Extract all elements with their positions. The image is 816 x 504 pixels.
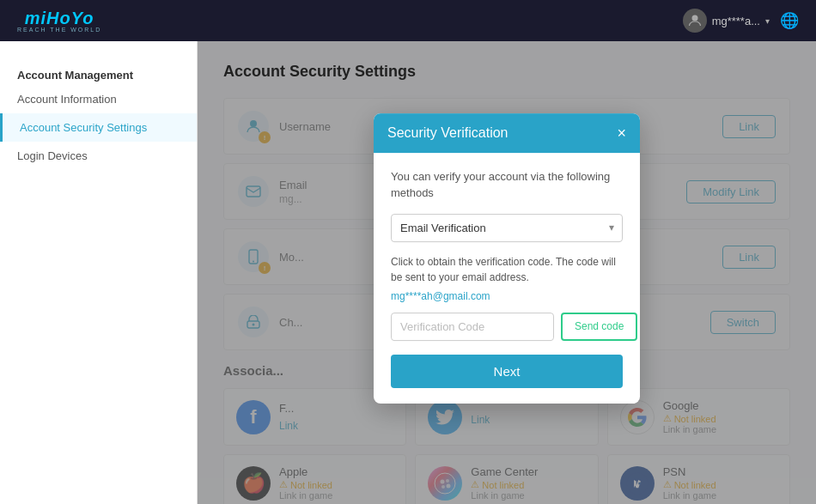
code-description: Click to obtain the verification code. T…	[391, 254, 623, 285]
logo-text: miHoYo	[25, 9, 94, 28]
sidebar-item-account-security[interactable]: Account Security Settings	[0, 113, 197, 142]
modal-description: You can verify your account via the foll…	[391, 168, 623, 202]
main-container: Account Management Account Information A…	[0, 41, 816, 504]
sidebar: Account Management Account Information A…	[0, 41, 198, 504]
verification-code-input[interactable]	[391, 313, 554, 341]
sidebar-item-account-information[interactable]: Account Information	[0, 85, 197, 113]
modal-close-button[interactable]: ×	[617, 125, 626, 141]
header-right: mg****a... ▾ 🌐	[683, 9, 799, 33]
masked-email: mg****ah@gmail.com	[391, 290, 623, 302]
logo-sub: REACH THE WORLD	[17, 27, 101, 33]
header: miHoYo REACH THE WORLD mg****a... ▾ 🌐	[0, 0, 816, 41]
modal-header: Security Verification ×	[374, 113, 640, 153]
avatar	[683, 9, 707, 33]
modal-title: Security Verification	[387, 125, 508, 141]
svg-point-0	[691, 15, 697, 21]
verification-method-select[interactable]: Email Verification	[391, 214, 623, 242]
send-code-button[interactable]: Send code	[561, 313, 637, 341]
security-verification-modal: Security Verification × You can verify y…	[374, 113, 640, 404]
globe-icon[interactable]: 🌐	[780, 11, 799, 30]
code-input-row: Send code	[391, 313, 623, 341]
sidebar-item-login-devices[interactable]: Login Devices	[0, 142, 197, 170]
chevron-down-icon: ▾	[765, 16, 770, 26]
modal-body: You can verify your account via the foll…	[374, 153, 640, 404]
sidebar-section-title: Account Management	[0, 58, 197, 85]
username-display: mg****a...	[712, 15, 760, 27]
next-button[interactable]: Next	[391, 355, 623, 388]
verification-method-select-wrapper: Email Verification ▾	[391, 214, 623, 242]
logo: miHoYo REACH THE WORLD	[17, 9, 101, 33]
content-area: Account Security Settings ! Username Lin…	[198, 41, 816, 504]
user-info[interactable]: mg****a... ▾	[683, 9, 770, 33]
